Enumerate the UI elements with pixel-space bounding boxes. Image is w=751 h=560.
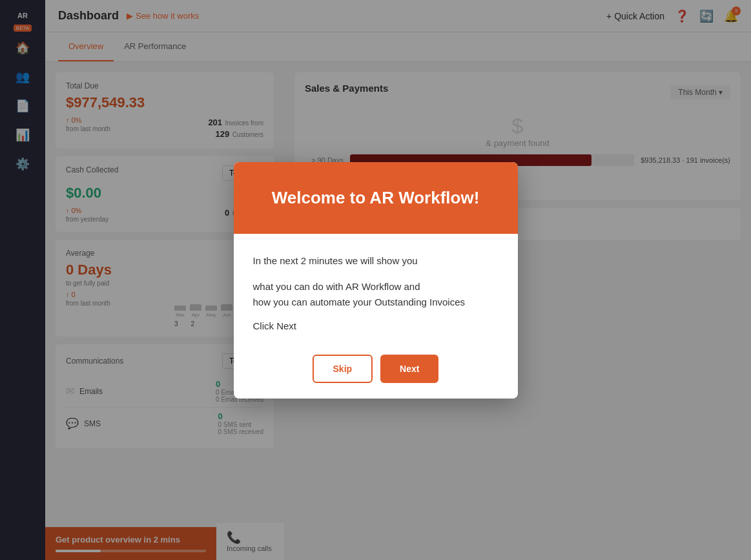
welcome-modal: Welcome to AR Workflow! In the next 2 mi… <box>234 162 518 399</box>
modal-title: Welcome to AR Workflow! <box>253 188 499 208</box>
modal-line1: In the next 2 minutes we will show you <box>253 253 499 269</box>
modal-footer: Skip Next <box>234 344 518 399</box>
modal-click-text: Click Next <box>253 320 499 331</box>
modal-body: In the next 2 minutes we will show you w… <box>234 234 518 344</box>
next-button[interactable]: Next <box>380 355 438 383</box>
modal-line2: what you can do with AR Workflow and how… <box>253 279 499 310</box>
skip-button[interactable]: Skip <box>313 355 373 383</box>
modal-header: Welcome to AR Workflow! <box>234 162 518 234</box>
modal-overlay: Welcome to AR Workflow! In the next 2 mi… <box>0 0 751 560</box>
